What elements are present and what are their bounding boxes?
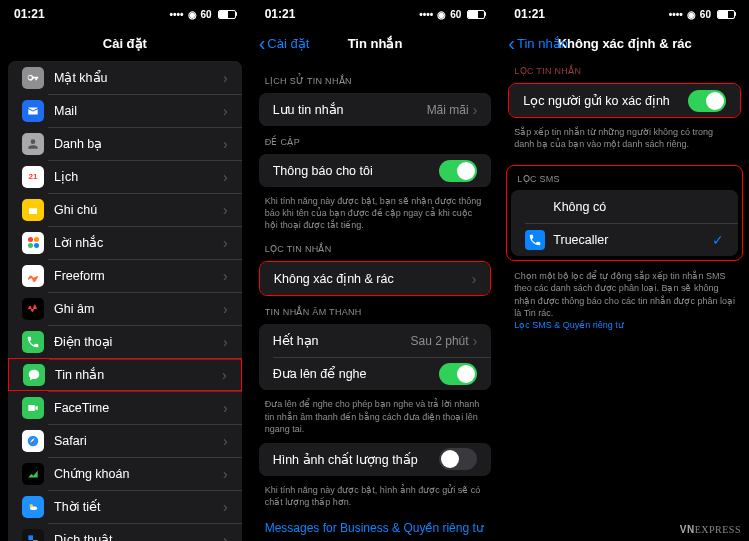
settings-row-phone[interactable]: Điện thoại› (8, 325, 242, 358)
settings-row-calendar[interactable]: 21Lịch› (8, 160, 242, 193)
settings-row-notes[interactable]: Ghi chú› (8, 193, 242, 226)
settings-row-voice[interactable]: Ghi âm› (8, 292, 242, 325)
settings-row-safari[interactable]: Safari› (8, 424, 242, 457)
safari-icon (22, 430, 44, 452)
settings-row-reminders[interactable]: Lời nhắc› (8, 226, 242, 259)
chevron-right-icon: › (223, 103, 228, 119)
section-mention: ĐỀ CẬP (251, 129, 500, 151)
chevron-right-icon: › (223, 532, 228, 542)
link-sms-privacy[interactable]: Lọc SMS & Quyền riêng tư (514, 320, 624, 330)
toggle-raise[interactable] (439, 363, 477, 385)
screen-messages: 01:21 •••• ◉ 60 Cài đặt Tin nhắn LỊCH SỬ… (250, 0, 500, 541)
settings-row-key[interactable]: Mật khẩu› (8, 61, 242, 94)
checkmark-icon: ✓ (712, 232, 724, 248)
wifi-icon: ◉ (687, 9, 696, 20)
stocks-icon (22, 463, 44, 485)
chevron-right-icon: › (223, 268, 228, 284)
row-keep-messages[interactable]: Lưu tin nhắn Mãi mãi › (259, 93, 492, 126)
chevron-right-icon: › (223, 466, 228, 482)
reminders-icon (22, 232, 44, 254)
chevron-right-icon: › (222, 367, 227, 383)
page-title: Không xác định & rác (558, 36, 692, 51)
status-bar: 01:21 •••• ◉ 60 (500, 0, 749, 28)
battery-icon (467, 10, 485, 19)
row-raise-to-listen[interactable]: Đưa lên để nghe (259, 357, 492, 390)
nav-bar: Cài đặt (0, 28, 250, 58)
settings-row-weather[interactable]: Thời tiết› (8, 490, 242, 523)
page-title: Tin nhắn (348, 36, 403, 51)
status-time: 01:21 (265, 7, 296, 21)
signal-icon: •••• (419, 9, 433, 20)
battery-icon (717, 10, 735, 19)
chevron-right-icon: › (223, 433, 228, 449)
screen-unknown-spam: 01:21 •••• ◉ 60 Tin nhắn Không xác định … (499, 0, 749, 541)
row-expire[interactable]: Hết hạn Sau 2 phút › (259, 324, 492, 357)
page-title: Cài đặt (103, 36, 147, 51)
settings-row-facetime[interactable]: FaceTime› (8, 391, 242, 424)
settings-row-translate[interactable]: Dịch thuật› (8, 523, 242, 541)
screen-settings: 01:21 •••• ◉ 60 Cài đặt Mật khẩu›Mail›Da… (0, 0, 250, 541)
chevron-right-icon: › (223, 136, 228, 152)
settings-list[interactable]: Mật khẩu›Mail›Danh bạ›21Lịch›Ghi chú›Lời… (0, 58, 250, 541)
battery-percent: 60 (450, 9, 461, 20)
row-unknown-spam[interactable]: Không xác định & rác › (260, 262, 491, 295)
phone-icon (22, 331, 44, 353)
row-filter-none[interactable]: Không có (511, 190, 738, 223)
row-filter-truecaller[interactable]: Truecaller ✓ (511, 223, 738, 256)
watermark: VNEXPRESS (680, 524, 741, 535)
row-notify-me[interactable]: Thông báo cho tôi (259, 154, 492, 187)
messages-settings[interactable]: LỊCH SỬ TIN NHẮN Lưu tin nhắn Mãi mãi › … (251, 58, 500, 541)
battery-icon (218, 10, 236, 19)
filter-settings[interactable]: LỌC TIN NHẮN Lọc người gửi ko xác định S… (500, 58, 749, 541)
freeform-icon (22, 265, 44, 287)
status-time: 01:21 (14, 7, 45, 21)
status-indicators: •••• ◉ 60 (669, 9, 735, 20)
settings-row-stocks[interactable]: Chứng khoán› (8, 457, 242, 490)
settings-row-message[interactable]: Tin nhắn› (8, 358, 242, 391)
section-audio: TIN NHẮN ÂM THANH (251, 299, 500, 321)
section-sms-filter: LỌC SMS (507, 166, 742, 188)
row-filter-unknown[interactable]: Lọc người gửi ko xác định (509, 84, 740, 117)
status-time: 01:21 (514, 7, 545, 21)
row-low-quality[interactable]: Hình ảnh chất lượng thấp (259, 443, 492, 476)
footer-raise: Đưa lên để nghe cho phép bạn nghe và trả… (251, 393, 500, 439)
toggle-lowq[interactable] (439, 448, 477, 470)
footer-notify: Khi tính năng này được bật, bạn sẽ nhận … (251, 190, 500, 236)
toggle-filter-unknown[interactable] (688, 90, 726, 112)
mail-icon (22, 100, 44, 122)
back-button[interactable]: Tin nhắn (508, 36, 568, 51)
contacts-icon (22, 133, 44, 155)
battery-percent: 60 (201, 9, 212, 20)
status-bar: 01:21 •••• ◉ 60 (251, 0, 500, 28)
settings-row-mail[interactable]: Mail› (8, 94, 242, 127)
chevron-right-icon: › (223, 400, 228, 416)
back-button[interactable]: Cài đặt (259, 36, 310, 51)
chevron-right-icon: › (473, 333, 478, 349)
battery-percent: 60 (700, 9, 711, 20)
weather-icon (22, 496, 44, 518)
toggle-notify[interactable] (439, 160, 477, 182)
chevron-right-icon: › (223, 235, 228, 251)
calendar-icon: 21 (22, 166, 44, 188)
footer-lowq: Khi tính năng này được bật, hình ảnh đượ… (251, 479, 500, 513)
link-business-privacy[interactable]: Messages for Business & Quyền riêng tư (251, 513, 500, 541)
chevron-right-icon: › (223, 202, 228, 218)
chevron-right-icon: › (223, 301, 228, 317)
wifi-icon: ◉ (188, 9, 197, 20)
notes-icon (22, 199, 44, 221)
chevron-right-icon: › (223, 70, 228, 86)
footer-filter: Sắp xếp tin nhắn từ những người không có… (500, 121, 749, 155)
chevron-right-icon: › (473, 102, 478, 118)
section-filter: LỌC TIN NHẮN (251, 236, 500, 258)
voice-icon (22, 298, 44, 320)
settings-row-contacts[interactable]: Danh bạ› (8, 127, 242, 160)
settings-row-freeform[interactable]: Freeform› (8, 259, 242, 292)
chevron-right-icon: › (223, 169, 228, 185)
key-icon (22, 67, 44, 89)
message-icon (23, 364, 45, 386)
signal-icon: •••• (669, 9, 683, 20)
section-filter-messages: LỌC TIN NHẮN (500, 58, 749, 80)
section-history: LỊCH SỬ TIN NHẮN (251, 68, 500, 90)
chevron-right-icon: › (472, 271, 477, 287)
facetime-icon (22, 397, 44, 419)
